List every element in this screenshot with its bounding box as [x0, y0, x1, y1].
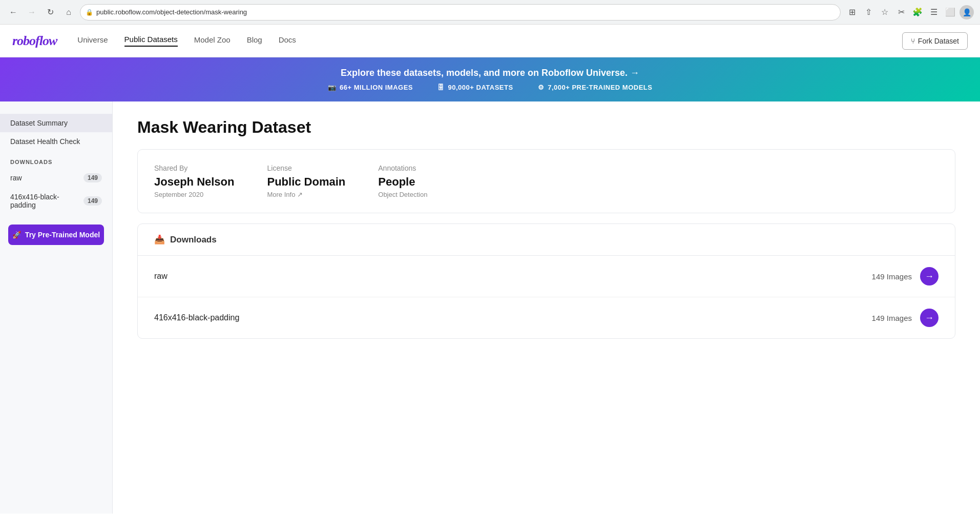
- images-count: 66+ MILLION IMAGES: [340, 84, 413, 91]
- reload-button[interactable]: ↻: [43, 5, 57, 19]
- main-nav: Universe Public Datasets Model Zoo Blog …: [77, 35, 902, 47]
- banner-stat-models: ⚙ 7,000+ PRE-TRAINED MODELS: [538, 84, 653, 91]
- main-layout: Dataset Summary Dataset Health Check DOW…: [0, 101, 980, 514]
- download-416-count: 149 Images: [872, 314, 912, 322]
- home-button[interactable]: ⌂: [61, 5, 76, 19]
- main-content: Mask Wearing Dataset Shared By Joseph Ne…: [113, 101, 980, 514]
- images-icon: 📷: [328, 84, 337, 91]
- try-pretrained-model-button[interactable]: 🚀 Try Pre-Trained Model: [8, 225, 104, 245]
- url-text: public.roboflow.com/object-detection/mas…: [96, 8, 247, 16]
- datasets-icon: 🗄: [437, 84, 445, 91]
- sidebar-download-raw[interactable]: raw 149: [0, 168, 112, 188]
- sidebar-item-health-check[interactable]: Dataset Health Check: [0, 132, 112, 151]
- download-416-label: 416x416-black-padding: [154, 313, 239, 322]
- dataset-title: Mask Wearing Dataset: [137, 118, 955, 137]
- downloads-title: Downloads: [170, 235, 217, 245]
- extensions-button[interactable]: 🧩: [910, 5, 925, 19]
- info-card: Shared By Joseph Nelson September 2020 L…: [137, 149, 955, 213]
- bookmark-button[interactable]: ☆: [878, 5, 892, 19]
- download-raw-right: 149 Images →: [872, 267, 939, 286]
- shared-by-label: Shared By: [154, 164, 234, 172]
- browser-chrome: ← → ↻ ⌂ 🔒 public.roboflow.com/object-det…: [0, 0, 980, 25]
- download-416-right: 149 Images →: [872, 309, 939, 327]
- more-info-anchor[interactable]: More Info ↗: [267, 191, 345, 198]
- nav-model-zoo[interactable]: Model Zoo: [194, 35, 231, 46]
- external-link-icon: ↗: [297, 191, 303, 198]
- download-416-button[interactable]: →: [920, 309, 939, 327]
- download-header-icon: 📥: [154, 234, 165, 245]
- annotations-value: People: [378, 175, 427, 189]
- address-bar[interactable]: 🔒 public.roboflow.com/object-detection/m…: [80, 4, 841, 21]
- download-row-raw[interactable]: raw 149 Images →: [138, 256, 955, 297]
- sidebar: Dataset Summary Dataset Health Check DOW…: [0, 101, 113, 514]
- downloads-card: 📥 Downloads raw 149 Images → 416x416-bla…: [137, 223, 955, 339]
- rocket-icon: 🚀: [12, 231, 21, 239]
- lock-icon: 🔒: [86, 9, 93, 16]
- browser-actions: ⊞ ⇧ ☆ ✂ 🧩 ☰ ⬜ 👤: [845, 5, 974, 19]
- license-group: License Public Domain More Info ↗: [267, 164, 345, 198]
- fork-icon: ⑂: [911, 37, 915, 45]
- sidebar-download-416[interactable]: 416x416-black-padding 149: [0, 188, 112, 214]
- back-button[interactable]: ←: [6, 5, 20, 19]
- logo[interactable]: roboflow: [12, 33, 57, 49]
- annotation-type: Object Detection: [378, 191, 427, 198]
- translate-button[interactable]: ⊞: [845, 5, 859, 19]
- shared-by-value: Joseph Nelson: [154, 175, 234, 189]
- split-view-button[interactable]: ⬜: [943, 5, 957, 19]
- download-raw-count: 149 Images: [872, 272, 912, 281]
- sidebar-downloads-title: DOWNLOADS: [0, 151, 112, 168]
- more-info-link[interactable]: More Info ↗: [267, 191, 345, 198]
- license-label: License: [267, 164, 345, 172]
- shared-by-date: September 2020: [154, 191, 234, 198]
- sidebar-item-dataset-summary[interactable]: Dataset Summary: [0, 114, 112, 132]
- download-raw-label: raw: [154, 272, 168, 281]
- models-count: 7,000+ PRE-TRAINED MODELS: [548, 84, 652, 91]
- banner-title: Explore these datasets, models, and more…: [12, 68, 968, 78]
- universe-banner[interactable]: Explore these datasets, models, and more…: [0, 57, 980, 101]
- site-header: roboflow Universe Public Datasets Model …: [0, 25, 980, 57]
- share-button[interactable]: ⇧: [861, 5, 875, 19]
- license-value: Public Domain: [267, 175, 345, 189]
- forward-button[interactable]: →: [25, 5, 39, 19]
- sidebar-download-raw-badge: 149: [84, 173, 102, 182]
- user-avatar[interactable]: 👤: [960, 5, 974, 19]
- fork-dataset-button[interactable]: ⑂ Fork Dataset: [902, 32, 968, 50]
- banner-stats: 📷 66+ MILLION IMAGES 🗄 90,000+ DATASETS …: [12, 84, 968, 91]
- download-raw-button[interactable]: →: [920, 267, 939, 286]
- downloads-header: 📥 Downloads: [138, 224, 955, 256]
- banner-stat-datasets: 🗄 90,000+ DATASETS: [437, 84, 513, 91]
- annotations-label: Annotations: [378, 164, 427, 172]
- nav-docs[interactable]: Docs: [279, 35, 296, 46]
- download-row-416[interactable]: 416x416-black-padding 149 Images →: [138, 297, 955, 338]
- annotations-group: Annotations People Object Detection: [378, 164, 427, 198]
- datasets-count: 90,000+ DATASETS: [448, 84, 513, 91]
- banner-stat-images: 📷 66+ MILLION IMAGES: [328, 84, 413, 91]
- nav-universe[interactable]: Universe: [77, 35, 108, 46]
- shared-by-group: Shared By Joseph Nelson September 2020: [154, 164, 234, 198]
- scissors-button[interactable]: ✂: [894, 5, 908, 19]
- sidebar-download-416-badge: 149: [84, 196, 102, 206]
- nav-public-datasets[interactable]: Public Datasets: [124, 35, 178, 47]
- nav-blog[interactable]: Blog: [247, 35, 262, 46]
- models-icon: ⚙: [538, 84, 545, 91]
- menu-button[interactable]: ☰: [927, 5, 941, 19]
